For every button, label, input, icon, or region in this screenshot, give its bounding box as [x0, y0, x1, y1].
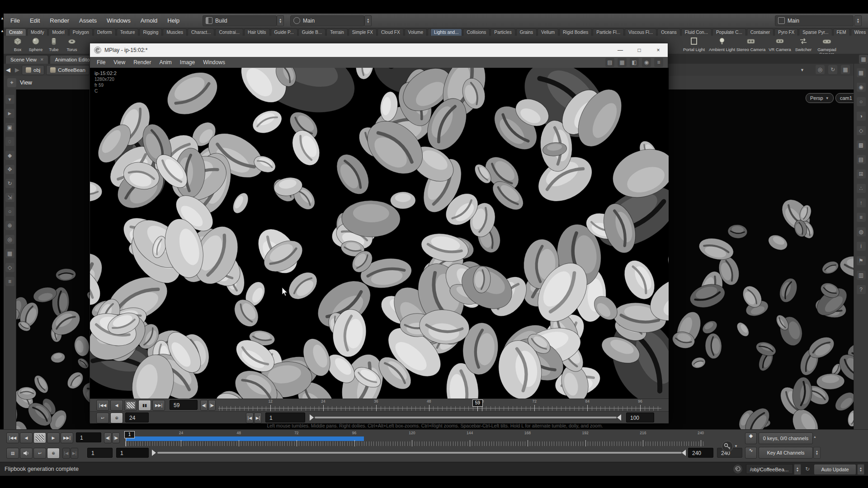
- shelf-tab-right-particle-fl[interactable]: Particle Fl...: [593, 28, 624, 36]
- shelf-tab-left-create[interactable]: Create: [5, 28, 26, 36]
- maximize-button[interactable]: □: [630, 43, 649, 57]
- range-end-field[interactable]: 240: [688, 448, 713, 458]
- shelf-tab-right-pyro-fx[interactable]: Pyro FX: [774, 28, 798, 36]
- mplay-menu-view[interactable]: View: [109, 59, 129, 66]
- shelf-tab-left-simple-fx[interactable]: Simple FX: [349, 28, 377, 36]
- normals-icon[interactable]: ↑: [857, 198, 866, 207]
- node-path-spinner[interactable]: ▲▼: [794, 464, 801, 475]
- subrange-start-field[interactable]: 1: [116, 448, 149, 458]
- shelf-tab-left-deform[interactable]: Deform: [94, 28, 116, 36]
- first-person-icon[interactable]: ◇: [5, 263, 14, 272]
- grid-path-icon[interactable]: ▦: [841, 65, 850, 74]
- key-all-spinner[interactable]: ▲▼: [813, 447, 821, 459]
- range-start-field[interactable]: 1: [87, 448, 113, 458]
- mplay-range-step-back-button[interactable]: |◀: [246, 413, 254, 423]
- range-right-handle[interactable]: [682, 450, 686, 456]
- mplay-range-left-handle[interactable]: [310, 414, 314, 421]
- range-left-handle[interactable]: [152, 450, 156, 456]
- step-back-button[interactable]: ◀|: [104, 432, 112, 443]
- layout-selector[interactable]: Main: [775, 15, 854, 26]
- close-tab-icon[interactable]: ✕: [40, 57, 44, 62]
- realtime-toggle-button[interactable]: ⊕: [47, 448, 60, 459]
- menu-render[interactable]: Render: [45, 17, 74, 24]
- menu-windows[interactable]: Windows: [102, 17, 136, 24]
- update-mode-selector[interactable]: Auto Update: [814, 464, 856, 475]
- back-arrow-icon[interactable]: ◀: [4, 66, 13, 73]
- flag-icon[interactable]: ⚑: [857, 256, 866, 265]
- pane-link-spinner[interactable]: ▲▼: [364, 15, 372, 26]
- go-end-button[interactable]: ▶▶|: [61, 432, 73, 443]
- paint-select-icon[interactable]: ◆: [5, 151, 14, 160]
- pane-menu-icon[interactable]: ▦: [859, 55, 868, 64]
- keys-summary-caret-icon[interactable]: ▲: [813, 435, 816, 438]
- translate-icon[interactable]: ✥: [5, 165, 14, 174]
- shelf-tab-left-volume[interactable]: Volume: [405, 28, 427, 36]
- shelf-tool-ambient-light[interactable]: Ambient Light: [707, 37, 737, 52]
- shelf-tab-left-polygon[interactable]: Polygon: [69, 28, 93, 36]
- select-arrow-icon[interactable]: ►: [5, 109, 14, 118]
- forward-arrow-icon[interactable]: ▶: [13, 66, 22, 73]
- rotate-icon[interactable]: ↻: [5, 179, 14, 188]
- mplay-pause-button[interactable]: ▮▮: [138, 400, 151, 411]
- lasso-select-icon[interactable]: ◌: [5, 137, 14, 146]
- scale-icon[interactable]: ⇲: [5, 193, 14, 202]
- key-all-channels-button[interactable]: Key All Channels: [759, 447, 813, 459]
- shelf-tab-right-oceans[interactable]: Oceans: [657, 28, 680, 36]
- texture-icon[interactable]: ▩: [857, 141, 866, 150]
- mplay-play-reverse-button[interactable]: ◀: [110, 400, 123, 411]
- shelf-tab-left-charact[interactable]: Charact...: [188, 28, 214, 36]
- memory-icon[interactable]: ▥: [857, 271, 866, 280]
- memory-monitor-icon[interactable]: [732, 464, 743, 474]
- flipbook-button[interactable]: [33, 432, 46, 443]
- shelf-tab-right-sparse-pyr[interactable]: Sparse Pyr...: [799, 28, 832, 36]
- timeline-ruler[interactable]: 244872961201441681922162401: [123, 431, 703, 446]
- mplay-image-view[interactable]: ip-15:02:21280x720fr 59C: [90, 68, 669, 399]
- shelf-tab-left-modify[interactable]: Modify: [27, 28, 47, 36]
- mplay-flipbook-button[interactable]: [124, 400, 137, 411]
- layout-split-icon[interactable]: ▦: [618, 58, 627, 67]
- close-button[interactable]: ×: [649, 43, 668, 57]
- go-start-button[interactable]: |◀◀: [6, 432, 19, 443]
- tool-gear-icon[interactable]: ✦: [7, 78, 16, 87]
- grid-toggle-icon[interactable]: ▤: [857, 155, 866, 164]
- wireframe-icon[interactable]: ◇: [857, 126, 866, 135]
- mplay-step-forward-button[interactable]: |▶: [208, 400, 216, 411]
- mplay-menu-file[interactable]: File: [93, 59, 109, 66]
- display-sphere-icon[interactable]: ◉: [642, 58, 651, 67]
- mplay-fps-field[interactable]: 24: [125, 413, 149, 422]
- pose-icon[interactable]: ○: [5, 207, 14, 216]
- shelf-tool-stereo-camera[interactable]: Stereo Camera: [736, 37, 766, 52]
- shelf-tab-right-lights-and[interactable]: Lights and...: [430, 28, 462, 36]
- points-display-icon[interactable]: ∴: [857, 184, 866, 193]
- pin-icon[interactable]: ◎: [816, 65, 825, 74]
- keys-summary-button[interactable]: 0 keys, 0/0 channels: [759, 432, 813, 444]
- mplay-range-right-handle[interactable]: [617, 414, 621, 421]
- shelf-tool-torus[interactable]: Torus: [61, 37, 82, 52]
- channel-icon[interactable]: ◧: [630, 58, 639, 67]
- shelf-tab-right-fem[interactable]: FEM: [833, 28, 850, 36]
- pane-tab-scene-view[interactable]: Scene View✕: [5, 55, 48, 64]
- current-frame-field[interactable]: 1: [76, 432, 101, 442]
- channel-scope-icon-button[interactable]: ∿: [745, 447, 757, 459]
- shelf-tab-right-viscous-fl[interactable]: Viscous Fl...: [625, 28, 656, 36]
- shelf-tab-right-grains[interactable]: Grains: [516, 28, 537, 36]
- play-reverse-button[interactable]: ◀: [20, 432, 33, 443]
- mplay-menu-anim[interactable]: Anim: [156, 59, 176, 66]
- menu-edit[interactable]: Edit: [25, 17, 45, 24]
- breadcrumb-coffeebean[interactable]: CoffeeBean: [46, 65, 90, 75]
- shelf-tab-right-fluid-con[interactable]: Fluid Con...: [681, 28, 712, 36]
- mplay-step-back-button[interactable]: ◀|: [200, 400, 208, 411]
- range-slider[interactable]: [157, 452, 682, 454]
- visualizer-icon[interactable]: ◍: [857, 227, 866, 236]
- shelf-tab-right-collisions[interactable]: Collisions: [463, 28, 490, 36]
- audio-options-button[interactable]: [20, 448, 33, 459]
- mplay-menu-render[interactable]: Render: [129, 59, 155, 66]
- step-forward-button[interactable]: |▶: [112, 432, 120, 443]
- shelf-tab-left-muscles[interactable]: Muscles: [163, 28, 187, 36]
- menu-help[interactable]: Help: [162, 17, 184, 24]
- layout-selector-spinner[interactable]: ▲▼: [854, 15, 862, 26]
- loop-mode-button[interactable]: ↩: [33, 448, 46, 459]
- path-dropdown-caret-icon[interactable]: ▼: [800, 68, 804, 72]
- playbar-options-button[interactable]: ▤: [6, 448, 19, 459]
- shelf-tab-right-wires[interactable]: Wires: [851, 28, 868, 36]
